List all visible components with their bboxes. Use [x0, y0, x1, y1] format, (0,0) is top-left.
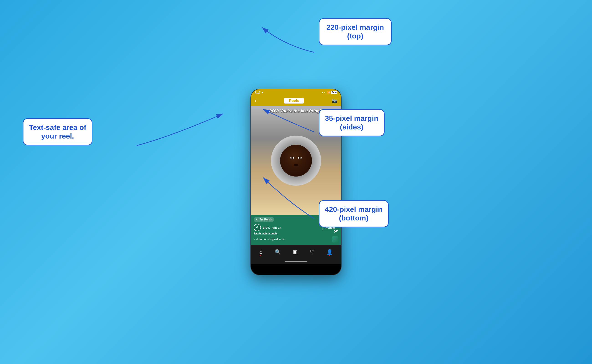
- nav-profile[interactable]: 👤: [326, 249, 333, 255]
- callout-middle-right: 35-pixel margin (sides): [319, 109, 385, 136]
- nav-reels[interactable]: ▣: [293, 249, 298, 255]
- left-eye: [290, 157, 294, 159]
- back-button[interactable]: ‹: [255, 98, 256, 104]
- callout-top-right-text: 220-pixel margin (top): [326, 23, 384, 40]
- home-bar: [285, 261, 307, 262]
- callout-middle-right-text: 35-pixel margin (sides): [325, 114, 379, 131]
- tunnel-outer: [271, 136, 321, 186]
- nav-bar: ‹ Reels 📷: [251, 96, 341, 106]
- search-icon: 🔍: [275, 249, 281, 255]
- right-eye: [298, 157, 302, 159]
- bottom-nav: ⌂ 🔍 ▣ ♡ 👤: [251, 245, 341, 259]
- status-icons: ▲▲ 📶 84%: [321, 91, 337, 94]
- remix-link[interactable]: dr.remix: [267, 232, 277, 235]
- callout-bottom-right-text: 420-pixel margin (bottom): [325, 205, 383, 222]
- callout-left-text: Text-safe area of your reel.: [29, 123, 86, 140]
- user-avatar[interactable]: G: [254, 224, 261, 231]
- more-icon[interactable]: •••: [334, 228, 338, 233]
- camera-icon[interactable]: 📷: [332, 98, 337, 104]
- heart-nav-icon: ♡: [310, 249, 314, 255]
- signal-icon: ▲▲: [321, 91, 326, 94]
- nav-home[interactable]: ⌂: [259, 249, 262, 255]
- audio-text: dr.remix · Original audio: [256, 238, 285, 241]
- heart-icon: ♥: [261, 91, 263, 94]
- audio-thumbnail[interactable]: 🎵: [332, 236, 338, 242]
- battery-display: 84%: [331, 91, 337, 94]
- nav-heart[interactable]: ♡: [310, 249, 314, 255]
- nav-search[interactable]: 🔍: [275, 249, 281, 255]
- music-note-icon: ♪: [254, 238, 255, 241]
- wifi-icon: 📶: [327, 91, 330, 94]
- home-icon: ⌂: [259, 249, 262, 255]
- nav-title: Reels: [284, 98, 304, 104]
- callout-top-right: 220-pixel margin (top): [319, 18, 392, 45]
- reels-icon: ▣: [293, 249, 298, 255]
- user-info: G greg._.gilson: [254, 224, 281, 231]
- username[interactable]: greg._.gilson: [263, 226, 281, 229]
- status-time: 7:17 ♥: [255, 91, 263, 94]
- time-display: 7:17: [255, 91, 260, 94]
- profile-icon: 👤: [326, 249, 333, 255]
- callout-bottom-right: 420-pixel margin (bottom): [319, 200, 389, 227]
- audio-row: ♪ dr.remix · Original audio 🎵: [254, 236, 338, 242]
- face-visual: [280, 145, 312, 176]
- status-bar: 7:17 ♥ ▲▲ 📶 84%: [251, 89, 341, 96]
- try-remix-button[interactable]: ⟲ Try Remix: [254, 217, 274, 222]
- audio-thumb-icon: 🎵: [334, 238, 336, 240]
- remix-attribution: Remix with dr.remix: [254, 232, 338, 235]
- video-visual: [271, 136, 321, 186]
- remix-icon: ⟲: [256, 218, 258, 221]
- callout-left: Text-safe area of your reel.: [23, 118, 93, 145]
- try-remix-label: Try Remix: [259, 218, 272, 221]
- nose: [294, 163, 298, 166]
- home-indicator: [251, 259, 341, 264]
- eyes: [290, 157, 302, 159]
